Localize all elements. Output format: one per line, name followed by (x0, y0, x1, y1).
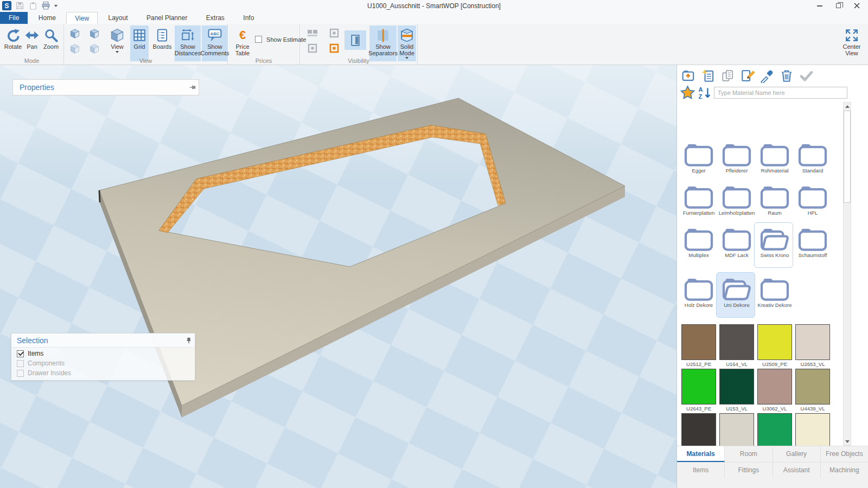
restore-button[interactable] (829, 0, 847, 11)
show-estimate-checkbox[interactable] (255, 36, 262, 43)
tab-panel-planner[interactable]: Panel Planner (138, 12, 195, 24)
swatch-color[interactable] (795, 413, 830, 446)
show-doors-button[interactable] (344, 30, 366, 50)
pin-icon[interactable] (183, 337, 195, 344)
tab-materials[interactable]: Materials (677, 446, 725, 462)
minimize-button[interactable] (810, 0, 829, 11)
drawer-insides-checkbox[interactable] (17, 370, 24, 377)
tab-room[interactable]: Room (725, 446, 773, 462)
material-swatch[interactable]: U2643_PE (680, 369, 718, 412)
material-swatch[interactable]: U164_VL (718, 324, 756, 367)
rotate-button[interactable]: Rotate (3, 25, 23, 50)
sort-az-icon[interactable] (697, 86, 712, 100)
swatch-color[interactable] (719, 413, 754, 446)
swatch-color[interactable] (681, 369, 716, 404)
selection-panel-header[interactable]: Selection (11, 333, 195, 348)
material-search-input[interactable] (714, 87, 847, 99)
tab-home[interactable]: Home (30, 12, 64, 24)
view-cube-right-icon[interactable] (89, 28, 101, 42)
swatch-color[interactable] (795, 324, 830, 360)
folder-egger[interactable]: Egger (680, 140, 718, 182)
folder-schaumstoff[interactable]: Schaumstoff (794, 224, 832, 267)
folder-raum[interactable]: Raum (756, 182, 794, 224)
price-table-button[interactable]: € Price Table (232, 25, 253, 56)
eyedropper-icon[interactable] (760, 69, 774, 84)
copy-icon[interactable] (720, 69, 735, 84)
material-swatch[interactable]: U153_VL (718, 369, 756, 412)
highlight-visibility-icon[interactable] (329, 43, 339, 53)
folder-rohmaterial[interactable]: Rohmaterial (756, 140, 794, 182)
view-cube-left-icon[interactable] (69, 28, 81, 42)
folder-mdf-lack[interactable]: MDF Lack (718, 224, 756, 267)
tab-free-objects[interactable]: Free Objects (821, 446, 868, 462)
scrollbar-thumb[interactable] (844, 111, 851, 203)
selection-option-drawer-insides[interactable]: Drawer Insides (17, 369, 195, 377)
material-swatch[interactable]: U164_PE (680, 413, 718, 446)
material-swatch[interactable]: U155_PE (756, 413, 794, 446)
confirm-icon[interactable] (799, 69, 813, 84)
folder-multiplex[interactable]: Multiplex (680, 224, 718, 267)
swatch-color[interactable] (719, 324, 754, 360)
materials-browser[interactable]: Egger Pfleiderer Rohmaterial Standard Fu… (677, 102, 843, 446)
material-swatch[interactable]: U4439_VL (794, 369, 832, 412)
folder-furnierplatten[interactable]: Furnierplatten (680, 182, 718, 224)
tab-assistant[interactable]: Assistant (773, 463, 821, 478)
pan-button[interactable]: Pan (24, 25, 40, 50)
material-swatch[interactable]: U1300_BS (718, 413, 756, 446)
boards-button[interactable]: Boards (151, 25, 174, 50)
swatch-color[interactable] (757, 369, 792, 404)
favorites-star-icon[interactable] (680, 86, 695, 100)
tab-view[interactable]: View (66, 12, 98, 24)
material-swatch[interactable]: U2509_PE (756, 324, 794, 367)
tab-extras[interactable]: Extras (198, 12, 233, 24)
solid-mode-button[interactable]: Solid Mode (398, 25, 416, 61)
viewport-3d[interactable]: Properties Selection Items Components Dr… (0, 65, 676, 488)
swatch-color[interactable] (757, 324, 792, 360)
close-button[interactable] (847, 0, 866, 11)
swatch-color[interactable] (719, 369, 754, 404)
swatch-color[interactable] (681, 324, 716, 360)
folder-holz-dekore[interactable]: Holz Dekore (680, 274, 718, 317)
view-cube-bottom-left-icon[interactable] (69, 43, 81, 57)
pin-icon[interactable] (187, 84, 199, 91)
selection-option-components[interactable]: Components (17, 359, 195, 367)
center-view-button[interactable]: Center View (840, 25, 864, 56)
delete-icon[interactable] (779, 69, 794, 84)
material-swatch[interactable]: U2512_PE (680, 324, 718, 367)
folder-kreativ-dekore[interactable]: Kreativ Dekore (756, 274, 794, 317)
tab-machining[interactable]: Machining (821, 463, 868, 478)
new-folder-icon[interactable] (681, 69, 696, 84)
folder-uni-dekore[interactable]: Uni Dekore (718, 274, 756, 317)
items-checkbox[interactable] (17, 350, 24, 357)
tab-file[interactable]: File (0, 12, 28, 24)
folder-swiss-krono[interactable]: Swiss Krono (756, 224, 794, 267)
frame-visibility-icon[interactable] (308, 43, 317, 53)
folder-standard[interactable]: Standard (794, 140, 832, 182)
view-dropdown-button[interactable]: View (106, 25, 128, 53)
material-swatch[interactable]: U3062_VL (756, 369, 794, 412)
material-swatch[interactable]: U2653_VL (794, 324, 832, 367)
tab-items[interactable]: Items (677, 463, 725, 478)
grid-button[interactable]: Grid (130, 25, 149, 61)
scroll-up-icon[interactable] (844, 102, 851, 110)
tab-gallery[interactable]: Gallery (773, 446, 821, 462)
tab-layout[interactable]: Layout (100, 12, 136, 24)
scene-3d[interactable] (0, 65, 676, 488)
panel-visibility-icon[interactable] (329, 28, 339, 38)
selection-option-items[interactable]: Items (17, 350, 195, 357)
scroll-down-icon[interactable] (844, 438, 851, 445)
tab-info[interactable]: Info (235, 12, 262, 24)
tab-fittings[interactable]: Fittings (725, 463, 773, 478)
view-cube-bottom-right-icon[interactable] (89, 43, 101, 57)
components-checkbox[interactable] (17, 360, 24, 367)
swatch-color[interactable] (795, 369, 830, 404)
columns-visibility-icon[interactable] (307, 28, 318, 38)
zoom-button[interactable]: Zoom (41, 25, 61, 50)
material-swatch[interactable]: U1301_PE (794, 413, 832, 446)
show-comments-button[interactable]: Show Comments (202, 25, 228, 61)
show-distances-button[interactable]: Show Distances (175, 25, 201, 61)
materials-scrollbar[interactable] (843, 102, 851, 446)
edit-icon[interactable] (740, 69, 755, 84)
folder-hpl[interactable]: HPL (794, 182, 832, 224)
swatch-color[interactable] (681, 413, 716, 446)
